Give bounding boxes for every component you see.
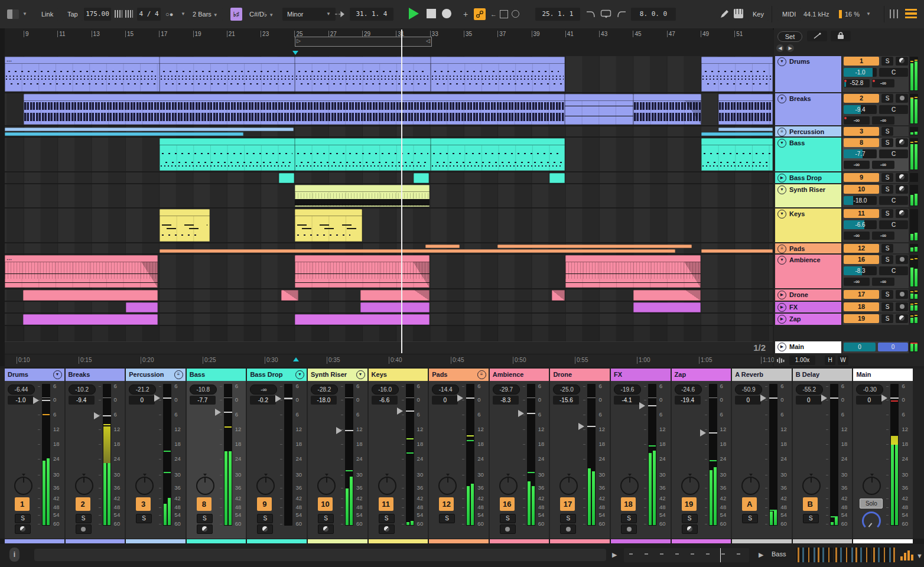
track-lane-ambience[interactable]: ⋯ (5, 255, 773, 289)
arm-button[interactable] (896, 57, 908, 66)
unfold-track-icon[interactable]: ▼ (777, 256, 786, 265)
send-meter-box[interactable]: -∞ (844, 278, 870, 286)
scrub-marker-icon[interactable] (292, 51, 298, 55)
arm-button[interactable] (621, 524, 637, 534)
send-meter-box[interactable]: -52.8 (844, 79, 870, 87)
clip[interactable] (360, 302, 430, 312)
add-locator-button[interactable]: + (463, 8, 468, 21)
fader-meter-lane[interactable] (284, 384, 292, 526)
track-lane-percussion[interactable] (5, 126, 773, 138)
track-number-box[interactable]: 3 (136, 497, 151, 511)
fader-meter-lane[interactable] (709, 384, 717, 526)
peak-level-display[interactable]: -21.2 (129, 384, 156, 395)
volume-display[interactable]: 0 (796, 396, 822, 405)
fader-handle[interactable] (215, 409, 221, 416)
lock-envelopes-button[interactable] (831, 31, 851, 41)
solo-button[interactable]: S (803, 514, 819, 523)
fader-handle[interactable] (518, 410, 524, 417)
fold-track-icon[interactable]: ▼ (53, 370, 62, 379)
track-number-box[interactable]: 2 (844, 94, 879, 103)
solo-button[interactable]: S (257, 514, 273, 523)
track-color-block[interactable]: ▼Breaks (775, 93, 841, 125)
accidental-toggle[interactable]: ♭♯ (230, 8, 242, 21)
mixer-strip-main[interactable]: Main-0.300606121824303642485460Solo (853, 369, 913, 539)
mixer-track-title[interactable]: Keys (369, 369, 428, 381)
groove-caret-icon[interactable]: ▼ (181, 8, 186, 21)
solo-button[interactable]: S (881, 57, 893, 66)
track-header-ambience[interactable]: ▼Ambience16S-8.3C-∞-∞ (775, 255, 923, 288)
fader-meter-lane[interactable] (890, 384, 899, 526)
arm-button[interactable] (318, 524, 334, 534)
window-mode-icon[interactable] (7, 9, 19, 19)
ramp-tool-button[interactable] (807, 31, 827, 41)
mixer-strip-ambience[interactable]: Ambience-29.7-8.360612182430364248546016… (490, 369, 549, 539)
clip[interactable] (701, 138, 773, 171)
send-meter-box[interactable]: -∞ (844, 161, 870, 169)
fader-meter-lane[interactable] (406, 384, 414, 526)
scale-menu[interactable]: Minor ▼ (282, 8, 336, 21)
fader-handle[interactable] (397, 408, 403, 415)
pan-knob[interactable] (620, 477, 639, 495)
clip[interactable] (160, 249, 675, 253)
solo-button[interactable]: S (197, 514, 213, 523)
clip[interactable] (295, 255, 430, 288)
solo-button[interactable]: S (621, 514, 637, 523)
clip[interactable] (431, 57, 565, 92)
mixer-track-title[interactable]: Synth Riser▼ (308, 369, 367, 381)
track-number-box[interactable]: A (742, 497, 757, 511)
link-button[interactable]: Link (37, 8, 58, 21)
solo-button[interactable]: S (881, 138, 893, 147)
solo-button[interactable]: S (136, 514, 152, 523)
send-meter-box[interactable]: -∞ (844, 116, 870, 125)
track-header-percussion[interactable]: ≡Percussion3S (775, 126, 923, 136)
group-icon[interactable]: ≡ (174, 370, 183, 379)
arm-button[interactable] (896, 138, 908, 147)
track-lane-bass-drop[interactable] (5, 172, 773, 184)
send-meter-box[interactable]: -∞ (844, 232, 870, 240)
mixer-track-title[interactable]: Bass Drop▼ (247, 369, 307, 381)
pan-knob[interactable] (135, 477, 154, 495)
time-scrub-marker-icon[interactable] (293, 357, 299, 361)
mixer-strip-bass-drop[interactable]: Bass Drop▼-∞-0.26061218243036424854609S (247, 369, 307, 539)
track-color-block[interactable]: ▶Zap (775, 314, 841, 325)
cue-knob[interactable] (862, 511, 881, 530)
peak-level-display[interactable]: -6.44 (8, 384, 35, 395)
loop-switch-icon[interactable] (600, 9, 612, 22)
track-number-box[interactable]: 9 (844, 173, 879, 182)
clip[interactable] (279, 173, 294, 183)
pan-knob[interactable] (75, 477, 93, 495)
fader-handle[interactable] (639, 402, 645, 409)
arm-button[interactable] (896, 255, 908, 264)
arm-button[interactable] (896, 185, 908, 194)
mixer-track-title[interactable]: A Reverb (732, 369, 792, 381)
automation-mode-button[interactable] (474, 8, 486, 20)
clip[interactable] (160, 57, 295, 92)
track-number-box[interactable]: 16 (500, 497, 515, 511)
track-number-box[interactable]: 17 (844, 290, 879, 299)
clip[interactable] (552, 290, 565, 301)
volume-display[interactable]: -8.3 (493, 396, 519, 405)
mixer-track-title[interactable]: Bass (187, 369, 246, 381)
track-color-block[interactable]: ▶Bass Drop (775, 172, 841, 183)
clip[interactable] (5, 128, 294, 131)
peak-level-display[interactable]: -10.8 (190, 384, 217, 395)
volume-display[interactable]: -6.6 (372, 396, 398, 405)
arm-button[interactable] (15, 524, 31, 534)
mixer-strip-a-reverb[interactable]: A Reverb-50.90606121824303642485460AS (732, 369, 792, 539)
loop-end-handle-icon[interactable]: ◁ (426, 38, 430, 44)
clip[interactable] (295, 138, 431, 171)
track-number-box[interactable]: 17 (560, 497, 575, 511)
track-header-bass[interactable]: ▼Bass8S-7.7C-∞-∞ (775, 138, 923, 171)
volume-box[interactable]: -18.0 (844, 196, 877, 205)
pan-box[interactable]: C (879, 68, 908, 77)
mixer-track-title[interactable]: FX (611, 369, 671, 381)
pan-knob[interactable] (256, 477, 275, 495)
fader-handle[interactable] (94, 412, 100, 419)
solo-button[interactable]: S (742, 514, 758, 523)
pan-box[interactable]: C (879, 266, 908, 275)
mixer-strip-bass[interactable]: Bass-10.8-7.76061218243036424854608S (187, 369, 246, 539)
pan-box[interactable]: C (879, 149, 908, 158)
arm-button[interactable] (500, 524, 516, 534)
volume-display[interactable]: -4.1 (614, 396, 640, 405)
arm-button[interactable] (379, 524, 395, 534)
